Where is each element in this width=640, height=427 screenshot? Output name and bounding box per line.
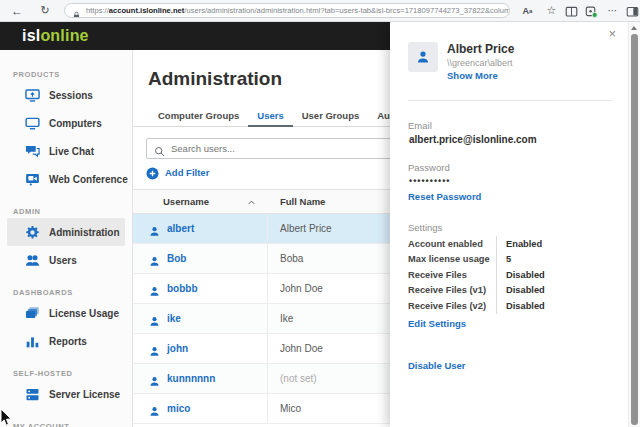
search-icon	[154, 143, 165, 154]
email-label: Email	[408, 120, 432, 131]
username-cell[interactable]: john	[133, 334, 268, 363]
sidebar-item-label: Computers	[49, 118, 102, 129]
sidebar-section-products: PRODUCTS	[13, 70, 132, 79]
table-row-ike[interactable]: ikeIke	[133, 304, 391, 334]
setting-row-receive-files-v1: Receive Files (v1)Disabled	[408, 283, 612, 299]
add-filter-button[interactable]: Add Filter	[146, 166, 209, 179]
close-icon[interactable]: ×	[608, 27, 616, 40]
sidebar-item-server-license[interactable]: Server License	[7, 380, 125, 408]
sidebar-item-label: Live Chat	[49, 146, 94, 157]
person-icon	[416, 50, 430, 64]
sidebar-item-administration[interactable]: Administration	[7, 218, 125, 246]
username-column-label: Username	[163, 196, 209, 207]
refresh-icon[interactable]: ↻	[36, 0, 54, 21]
panel-divider	[408, 100, 612, 101]
table-row-mico[interactable]: micoMico	[133, 394, 391, 424]
sidebar-item-reports[interactable]: Reports	[7, 327, 125, 355]
sidebar-item-sessions[interactable]: Sessions	[7, 81, 125, 109]
sidebar-item-license-usage[interactable]: License Usage	[7, 299, 125, 327]
page-scrollbar[interactable]	[628, 22, 640, 427]
table-row-bob[interactable]: BobBoba	[133, 244, 391, 274]
username-cell[interactable]: Bob	[133, 244, 268, 273]
search-input[interactable]	[171, 143, 391, 154]
browser-menu-icon[interactable]: ⋯	[604, 0, 621, 21]
setting-value: Disabled	[496, 267, 612, 283]
column-header-username[interactable]: Username	[133, 190, 268, 213]
sidebar-section-self-hosted: SELF-HOSTED	[13, 369, 132, 378]
username-link[interactable]: albert	[167, 223, 194, 234]
username-cell[interactable]: albert	[133, 214, 268, 243]
address-bar[interactable]: https://account.islonline.net/users/admi…	[64, 3, 510, 18]
edit-settings-link[interactable]: Edit Settings	[408, 318, 466, 329]
logo-suffix: online	[40, 27, 88, 44]
show-more-link[interactable]: Show More	[447, 70, 498, 81]
sidebar-section-my-account: MY ACCOUNT	[13, 422, 132, 427]
plus-circle-icon	[146, 166, 159, 179]
url-scheme: https://	[86, 6, 109, 15]
reset-password-link[interactable]: Reset Password	[408, 191, 481, 202]
table-row-kunnnnnn[interactable]: kunnnnnn(not set)	[133, 364, 391, 394]
sidebar-section-dashboards: DASHBOARDS	[13, 288, 132, 297]
password-masked-value: ••••••••••	[409, 176, 451, 186]
person-icon	[149, 253, 160, 264]
username-cell[interactable]: bobbb	[133, 274, 268, 303]
sidebar-item-users[interactable]: Users	[7, 246, 125, 274]
user-domain-path: \\greencar\albert	[447, 58, 513, 68]
user-detail-panel: × Albert Price \\greencar\albert Show Mo…	[390, 22, 628, 427]
scrollbar-up-arrow-icon[interactable]	[631, 26, 637, 30]
sort-asc-icon[interactable]	[247, 198, 256, 207]
users-table-body: albertAlbert PriceBobBobabobbbJohn Doeik…	[133, 214, 391, 424]
tab-computer-groups[interactable]: Computer Groups	[149, 104, 248, 127]
sidebar-item-label: Administration	[49, 227, 120, 238]
users-table: Username Full Name albertAlbert PriceBob…	[133, 189, 391, 424]
setting-value: Disabled	[496, 298, 612, 314]
username-cell[interactable]: mico	[133, 394, 268, 423]
url-host: account.islonline.net	[109, 6, 185, 15]
fullname-cell: Albert Price	[268, 214, 332, 243]
sidebar-item-label: Users	[49, 255, 77, 266]
username-link[interactable]: bobbb	[167, 283, 198, 294]
setting-label: Receive Files (v1)	[408, 283, 496, 299]
browser-toolbar: ← ↻ https://account.islonline.net/users/…	[0, 0, 640, 22]
person-icon	[149, 373, 160, 384]
username-link[interactable]: kunnnnnn	[167, 373, 215, 384]
email-value: albert.price@islonline.com	[409, 134, 537, 145]
setting-row-max-license-usage: Max license usage5	[408, 252, 612, 268]
islonline-logo[interactable]: islonline	[22, 22, 89, 50]
fullname-cell: Ike	[268, 304, 293, 333]
extension-icon[interactable]	[583, 0, 600, 21]
fullname-cell: Mico	[268, 394, 301, 423]
sidebar-panel-icon[interactable]	[624, 0, 640, 21]
setting-label: Receive Files	[408, 267, 496, 283]
tab-user-groups[interactable]: User Groups	[293, 104, 369, 127]
username-link[interactable]: mico	[167, 403, 190, 414]
column-header-fullname[interactable]: Full Name	[268, 190, 325, 213]
app-header: islonline	[0, 22, 391, 50]
read-aloud-icon[interactable]: Aa	[519, 0, 536, 21]
sidebar-item-live-chat[interactable]: Live Chat	[7, 137, 125, 165]
disable-user-link[interactable]: Disable User	[408, 360, 466, 371]
page-title: Administration	[148, 68, 282, 90]
split-screen-icon[interactable]	[563, 0, 580, 21]
table-row-john[interactable]: johnJohn Doe	[133, 334, 391, 364]
username-link[interactable]: ike	[167, 313, 181, 324]
username-cell[interactable]: kunnnnnn	[133, 364, 268, 393]
split-screen-glyph	[565, 4, 578, 17]
username-link[interactable]: john	[167, 343, 188, 354]
username-cell[interactable]: ike	[133, 304, 268, 333]
search-box[interactable]	[146, 138, 391, 159]
sidebar-item-web-conference[interactable]: Web Conference	[7, 165, 125, 193]
setting-row-receive-files: Receive FilesDisabled	[408, 267, 612, 283]
tab-audit[interactable]: Audit	[368, 104, 391, 127]
scrollbar-thumb[interactable]	[631, 34, 638, 425]
username-link[interactable]: Bob	[167, 253, 186, 264]
table-row-bobbb[interactable]: bobbbJohn Doe	[133, 274, 391, 304]
favorite-star-icon[interactable]: ☆	[543, 0, 560, 21]
tab-users[interactable]: Users	[248, 104, 292, 127]
back-icon[interactable]: ←	[8, 0, 26, 21]
table-row-albert[interactable]: albertAlbert Price	[133, 214, 391, 244]
extension-glyph	[585, 4, 598, 17]
person-icon	[149, 223, 160, 234]
sidebar-item-computers[interactable]: Computers	[7, 109, 125, 137]
sidebar-item-label: Server License	[49, 389, 120, 400]
